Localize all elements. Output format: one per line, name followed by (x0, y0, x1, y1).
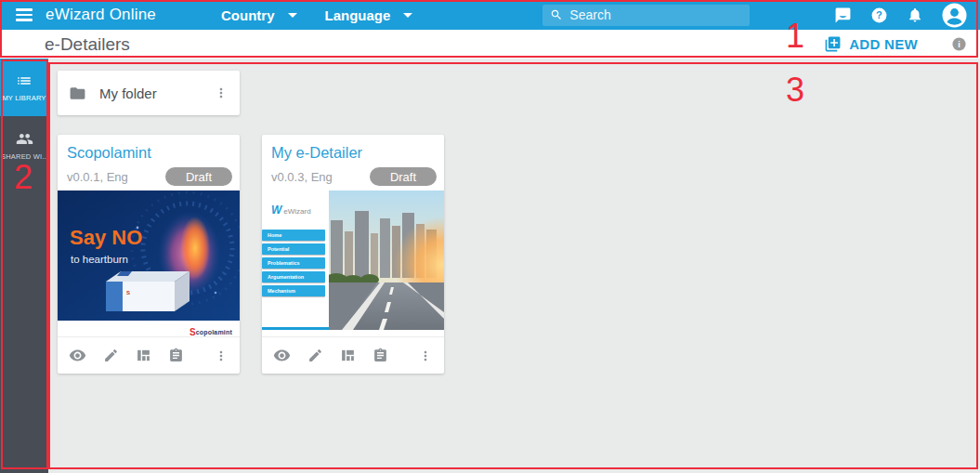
slide-menu-item: Mechanism (262, 285, 325, 296)
card-action-bar (262, 336, 444, 374)
top-navigation-bar: eWizard Online Country Language (0, 0, 980, 30)
checklist-clipboard-icon[interactable] (168, 348, 184, 363)
edetailer-version: v0.0.3, Eng (271, 170, 333, 184)
page-header-bar: e-Detailers ADD NEW i (0, 30, 980, 59)
folder-icon (69, 85, 86, 102)
add-new-label: ADD NEW (849, 36, 918, 52)
app-title: eWizard Online (46, 6, 156, 24)
search-input[interactable] (569, 7, 742, 22)
edetailer-thumbnail[interactable]: W eWizard Home Potential Problematics Ar… (262, 191, 444, 336)
edit-pencil-icon[interactable] (103, 348, 119, 363)
edetailer-title-link[interactable]: Scopolamint (67, 144, 232, 162)
country-dropdown-label: Country (221, 7, 275, 23)
edit-pencil-icon[interactable] (307, 348, 323, 363)
add-new-button[interactable]: ADD NEW (824, 35, 918, 53)
menu-icon[interactable] (16, 8, 33, 21)
list-icon (16, 72, 33, 89)
structure-icon[interactable] (340, 348, 356, 363)
info-icon[interactable]: i (951, 36, 967, 52)
sidebar-item-shared-wizards[interactable]: SHARED WI... (0, 116, 48, 174)
sidebar: MY LIBRARY SHARED WI... (0, 59, 48, 473)
svg-text:S: S (126, 290, 130, 296)
edetailer-version: v0.0.1, Eng (67, 170, 128, 184)
folder-card[interactable]: My folder (58, 71, 240, 115)
notifications-bell-icon[interactable] (907, 7, 923, 23)
slide-brand-logo: Scopolamint (58, 324, 240, 336)
slide-menu-item: Home (262, 230, 325, 241)
edetailer-card-scopolamint: Scopolamint v0.0.1, Eng Draft (58, 135, 240, 374)
library-main-panel: My folder Scopolamint v0.0.1, Eng Draft (48, 59, 980, 473)
country-dropdown[interactable]: Country (221, 7, 297, 23)
sidebar-item-label: MY LIBRARY (2, 94, 46, 102)
help-icon[interactable]: ? (870, 7, 888, 24)
preview-eye-icon[interactable] (273, 347, 291, 364)
library-add-icon (824, 35, 842, 53)
search-icon (550, 8, 563, 21)
content-area: MY LIBRARY SHARED WI... My folder (0, 59, 980, 473)
card-kebab-menu-icon[interactable] (418, 348, 433, 363)
status-badge: Draft (370, 167, 437, 186)
card-kebab-menu-icon[interactable] (214, 348, 229, 363)
chevron-down-icon (403, 13, 412, 18)
sidebar-item-my-library[interactable]: MY LIBRARY (0, 59, 48, 116)
city-road-photo (329, 191, 444, 327)
topbar-icon-group: ? (834, 3, 967, 28)
status-badge: Draft (165, 167, 232, 186)
svg-text:?: ? (876, 9, 882, 20)
language-dropdown[interactable]: Language (325, 7, 413, 23)
slide-menu-item: Problematics (262, 257, 325, 269)
svg-text:to heartburn: to heartburn (71, 254, 128, 265)
ewizard-app-window: eWizard Online Country Language (0, 0, 980, 473)
svg-text:i: i (958, 40, 960, 49)
slide-menu-item: Potential (262, 243, 325, 255)
language-dropdown-label: Language (325, 7, 391, 23)
preview-eye-icon[interactable] (69, 347, 86, 364)
checklist-clipboard-icon[interactable] (372, 348, 388, 363)
page-title: e-Detailers (45, 34, 130, 55)
edetailer-card-my-edetailer: My e-Detailer v0.0.3, Eng Draft W eWizar… (262, 135, 444, 374)
chevron-down-icon (288, 13, 297, 18)
account-avatar-icon[interactable] (942, 3, 967, 28)
folder-name: My folder (99, 85, 157, 101)
card-action-bar (58, 336, 240, 374)
slide-preview-ewizard: W eWizard Home Potential Problematics Ar… (262, 191, 444, 330)
svg-text:Say NO: Say NO (70, 226, 142, 249)
ewizard-logo: W eWizard (262, 204, 329, 217)
edetailer-card-grid: Scopolamint v0.0.1, Eng Draft (58, 135, 980, 374)
people-icon (16, 130, 33, 148)
sidebar-item-label: SHARED WI... (1, 152, 47, 161)
search-box[interactable] (542, 5, 750, 26)
slide-menu-item: Argumentation (262, 271, 325, 282)
structure-icon[interactable] (136, 348, 151, 363)
feedback-icon[interactable] (834, 7, 852, 24)
edetailer-title-link[interactable]: My e-Detailer (271, 144, 437, 162)
slide-preview-say-no: S Say NO to heartburn (58, 191, 240, 321)
edetailer-thumbnail[interactable]: S Say NO to heartburn Scopolamint (58, 191, 240, 336)
folder-kebab-menu-icon[interactable] (214, 85, 229, 100)
